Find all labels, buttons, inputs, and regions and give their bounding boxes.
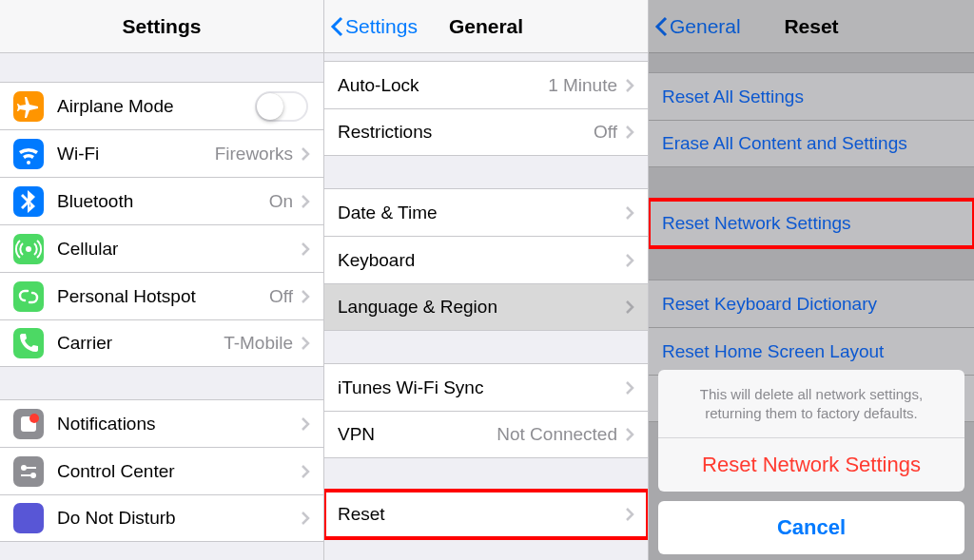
row-restrictions[interactable]: Restrictions Off <box>324 108 648 156</box>
row-label: Date & Time <box>338 203 625 223</box>
svg-rect-4 <box>27 467 36 469</box>
row-date-time[interactable]: Date & Time <box>324 188 648 236</box>
back-label: General <box>670 15 741 38</box>
moon-icon <box>13 503 44 533</box>
row-detail: Fireworks <box>215 144 293 164</box>
settings-screen: Settings Airplane Mode Wi-Fi Fireworks <box>0 0 324 560</box>
group-date-keyboard: Date & Time Keyboard Language & Region <box>324 188 648 331</box>
row-label: Auto-Lock <box>338 75 548 96</box>
row-label: Language & Region <box>338 297 625 318</box>
row-reset-keyboard-dictionary[interactable]: Reset Keyboard Dictionary <box>649 280 974 327</box>
row-reset-network-settings[interactable]: Reset Network Settings <box>649 200 974 247</box>
reset-screen: General Reset Reset All Settings Erase A… <box>649 0 974 560</box>
back-label: Settings <box>345 15 418 38</box>
chevron-right-icon <box>301 464 310 479</box>
svg-point-0 <box>26 246 31 252</box>
chevron-right-icon <box>301 241 310 257</box>
row-label: Reset Network Settings <box>662 213 961 234</box>
row-label: Reset All Settings <box>662 87 961 107</box>
row-label: Personal Hotspot <box>57 286 269 307</box>
chevron-right-icon <box>625 299 634 315</box>
navbar: Settings <box>0 0 323 53</box>
back-button[interactable]: Settings <box>330 0 418 52</box>
page-title: General <box>449 15 523 38</box>
row-reset-home-screen[interactable]: Reset Home Screen Layout <box>649 327 974 375</box>
page-title: Settings <box>123 15 202 38</box>
chevron-right-icon <box>625 78 634 93</box>
svg-rect-6 <box>21 474 30 476</box>
row-label: Bluetooth <box>57 191 269 212</box>
control-center-icon <box>13 456 44 487</box>
row-label: Keyboard <box>338 250 625 271</box>
notifications-icon <box>13 409 44 439</box>
row-reset-all-settings[interactable]: Reset All Settings <box>649 72 974 120</box>
chevron-right-icon <box>625 427 634 442</box>
row-cellular[interactable]: Cellular <box>0 224 323 272</box>
chevron-right-icon <box>625 507 634 522</box>
row-label: Do Not Disturb <box>57 508 301 529</box>
general-screen: Settings General Auto-Lock 1 Minute Rest… <box>324 0 649 560</box>
group-system: Notifications Control Center Do Not Dist… <box>0 399 323 542</box>
row-keyboard[interactable]: Keyboard <box>324 236 648 283</box>
group-sync: iTunes Wi-Fi Sync VPN Not Connected <box>324 363 648 458</box>
row-language-region[interactable]: Language & Region <box>324 283 648 331</box>
row-detail: 1 Minute <box>548 75 617 96</box>
sheet-message: This will delete all network settings, r… <box>658 370 964 438</box>
svg-point-5 <box>30 473 36 478</box>
row-label: Reset Keyboard Dictionary <box>662 294 961 315</box>
row-vpn[interactable]: VPN Not Connected <box>324 411 648 458</box>
row-label: iTunes Wi-Fi Sync <box>338 377 625 398</box>
group-reset: Reset <box>324 491 648 538</box>
airplane-icon <box>13 91 44 122</box>
row-detail: Off <box>269 286 293 307</box>
back-button[interactable]: General <box>654 0 741 52</box>
wifi-icon <box>13 139 44 169</box>
row-do-not-disturb[interactable]: Do Not Disturb <box>0 494 323 542</box>
chevron-right-icon <box>301 511 310 526</box>
group-reset-1: Reset All Settings Erase All Content and… <box>649 72 974 167</box>
row-bluetooth[interactable]: Bluetooth On <box>0 177 323 224</box>
bluetooth-icon <box>13 186 44 217</box>
row-label: Reset <box>338 504 625 525</box>
row-detail: Not Connected <box>497 424 617 445</box>
row-label: Notifications <box>57 414 301 434</box>
sheet-cancel-button[interactable]: Cancel <box>658 501 964 554</box>
cellular-icon <box>13 234 44 264</box>
chevron-right-icon <box>625 380 634 396</box>
row-itunes-wifi-sync[interactable]: iTunes Wi-Fi Sync <box>324 363 648 411</box>
chevron-right-icon <box>301 194 310 209</box>
action-sheet: This will delete all network settings, r… <box>649 370 974 554</box>
chevron-right-icon <box>301 146 310 162</box>
row-carrier[interactable]: Carrier T-Mobile <box>0 319 323 367</box>
page-title: Reset <box>784 15 838 38</box>
row-label: Reset Home Screen Layout <box>662 341 961 362</box>
row-detail: On <box>269 191 293 212</box>
row-auto-lock[interactable]: Auto-Lock 1 Minute <box>324 61 648 108</box>
row-airplane-mode[interactable]: Airplane Mode <box>0 82 323 129</box>
row-wifi[interactable]: Wi-Fi Fireworks <box>0 129 323 177</box>
chevron-right-icon <box>625 205 634 221</box>
airplane-switch[interactable] <box>255 91 308 122</box>
row-label: Airplane Mode <box>57 96 255 117</box>
group-reset-2: Reset Network Settings <box>649 200 974 247</box>
row-label: Wi-Fi <box>57 144 215 164</box>
chevron-right-icon <box>625 125 634 140</box>
dimmed-overlay: Reset All Settings Erase All Content and… <box>649 53 974 560</box>
row-label: VPN <box>338 424 497 445</box>
svg-point-2 <box>29 414 39 423</box>
row-reset[interactable]: Reset <box>324 491 648 538</box>
navbar: Settings General <box>324 0 648 53</box>
row-erase-all[interactable]: Erase All Content and Settings <box>649 120 974 167</box>
chevron-right-icon <box>625 253 634 268</box>
row-detail: Off <box>594 122 617 143</box>
sheet-destructive-button[interactable]: Reset Network Settings <box>658 438 964 492</box>
row-notifications[interactable]: Notifications <box>0 399 323 447</box>
phone-icon <box>13 328 44 358</box>
group-lock: Auto-Lock 1 Minute Restrictions Off <box>324 61 648 156</box>
row-personal-hotspot[interactable]: Personal Hotspot Off <box>0 272 323 319</box>
row-detail: T-Mobile <box>224 333 293 354</box>
chevron-right-icon <box>301 289 310 304</box>
sheet-group: This will delete all network settings, r… <box>658 370 964 492</box>
row-control-center[interactable]: Control Center <box>0 447 323 494</box>
row-label: Control Center <box>57 461 301 482</box>
